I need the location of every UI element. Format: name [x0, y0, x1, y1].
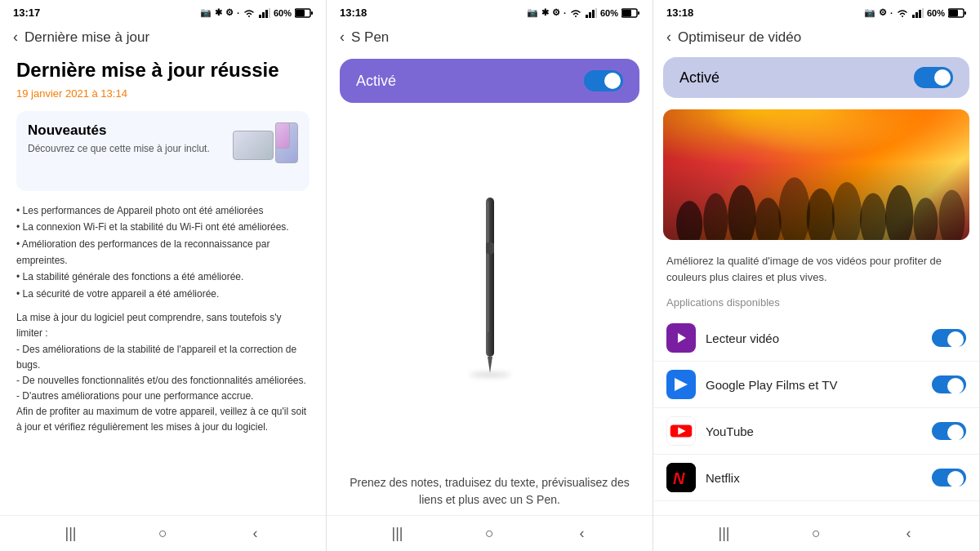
status-bar-2: 13:18 📷 ✱ ⚙ · 60%	[327, 0, 653, 22]
netflix-name: Netflix	[706, 471, 922, 485]
svg-marker-36	[678, 333, 686, 343]
battery-text-3: 60%	[927, 8, 945, 18]
small-phone-mock	[275, 122, 290, 149]
spen-description: Prenez des notes, traduisez du texte, pr…	[327, 464, 653, 515]
signal-icon-3	[912, 8, 924, 18]
app-row-netflix: N Netflix	[653, 455, 979, 501]
battery-icon-3	[948, 8, 966, 18]
nouveautes-desc: Découvrez ce que cette mise à jour inclu…	[28, 142, 225, 156]
body-text: La mise à jour du logiciel peut comprend…	[16, 310, 310, 436]
crowd-svg	[663, 162, 969, 240]
signal-icon	[259, 8, 270, 18]
spen-toggle-switch[interactable]	[584, 70, 623, 91]
svg-rect-24	[964, 11, 966, 15]
play-logo-svg	[666, 370, 696, 399]
svg-point-29	[778, 177, 810, 240]
back-button-2[interactable]: ‹	[568, 519, 597, 549]
screen3: 13:18 📷 ⚙ · 60% ‹ Optimiseur de vidéo Ac…	[653, 0, 980, 551]
app-list: Lecteur vidéo Google Play Films et TV	[653, 315, 979, 515]
svg-point-27	[728, 185, 755, 240]
wifi-icon	[243, 8, 256, 18]
back-button[interactable]: ‹	[241, 519, 270, 549]
svg-rect-3	[269, 8, 270, 18]
time-1: 13:17	[13, 7, 40, 19]
status-icons-1: 📷 ✱ ⚙ · 60%	[200, 7, 313, 18]
youtube-icon	[666, 416, 696, 446]
lecteur-icon	[666, 323, 696, 353]
video-toggle-switch[interactable]	[914, 67, 953, 88]
play-toggle[interactable]	[932, 375, 966, 393]
video-description: Améliorez la qualité d'image de vos vidé…	[653, 247, 979, 293]
svg-rect-10	[595, 8, 597, 18]
svg-rect-8	[589, 12, 591, 18]
gear-icon-3: ⚙	[879, 7, 887, 18]
page-title-1: Dernière mise à jour	[24, 29, 149, 46]
svg-rect-23	[949, 10, 958, 16]
bottom-nav-1: ||| ○ ‹	[0, 515, 326, 551]
lecteur-name: Lecteur vidéo	[706, 331, 922, 345]
video-toggle-label: Activé	[679, 69, 719, 87]
app-row-play: Google Play Films et TV	[653, 362, 979, 408]
page-title-3: Optimiseur de vidéo	[678, 29, 801, 46]
spen-toggle-label: Activé	[356, 73, 396, 90]
back-arrow-2[interactable]: ‹	[340, 29, 345, 46]
svg-rect-12	[622, 10, 631, 16]
svg-point-30	[807, 189, 835, 240]
bottom-nav-3: ||| ○ ‹	[653, 515, 979, 551]
back-button-3[interactable]: ‹	[894, 519, 924, 549]
recent-apps-button-3[interactable]: |||	[710, 519, 739, 549]
signal-icon-2	[586, 8, 597, 18]
camera-icon-2: 📷	[527, 7, 538, 18]
home-button[interactable]: ○	[149, 519, 178, 549]
bullets-text: • Les performances de Appareil photo ont…	[16, 202, 310, 302]
home-button-3[interactable]: ○	[802, 519, 831, 549]
home-button-2[interactable]: ○	[475, 519, 505, 549]
spen-image-area	[327, 109, 653, 464]
lecteur-toggle[interactable]	[932, 329, 966, 347]
app-row-lecteur: Lecteur vidéo	[653, 315, 979, 362]
camera-icon: 📷	[200, 7, 212, 18]
video-optimizer-toggle-row[interactable]: Activé	[663, 57, 969, 98]
svg-text:N: N	[673, 469, 685, 487]
back-arrow-1[interactable]: ‹	[13, 29, 18, 46]
status-icons-2: 📷 ✱ ⚙ · 60%	[527, 7, 639, 18]
back-arrow-3[interactable]: ‹	[666, 29, 671, 46]
battery-text: 60%	[274, 8, 292, 18]
svg-rect-21	[922, 8, 924, 18]
youtube-logo-svg	[667, 416, 695, 446]
svg-point-32	[860, 193, 886, 240]
youtube-toggle[interactable]	[932, 422, 966, 440]
star-icon: ✱	[215, 7, 222, 18]
svg-rect-14	[486, 198, 494, 357]
status-bar-1: 13:17 📷 ✱ ⚙ · 60%	[0, 0, 326, 22]
recent-apps-button-2[interactable]: |||	[383, 519, 412, 549]
nouveautes-text: Nouveautés Découvrez ce que cette mise à…	[28, 122, 225, 156]
bottom-nav-2: ||| ○ ‹	[327, 515, 653, 551]
recent-apps-button[interactable]: |||	[56, 519, 86, 549]
svg-point-33	[885, 185, 913, 240]
spen-toggle-row[interactable]: Activé	[340, 59, 639, 103]
status-icons-3: 📷 ⚙ · 60%	[864, 7, 966, 18]
screen2: 13:18 📷 ✱ ⚙ · 60% ‹ S Pen Activé	[327, 0, 653, 551]
apps-available-title: Applications disponibles	[653, 293, 979, 315]
video-preview	[663, 109, 969, 240]
tablet-mock	[233, 131, 274, 160]
nav-header-1: ‹ Dernière mise à jour	[0, 22, 326, 52]
status-bar-3: 13:18 📷 ⚙ · 60%	[653, 0, 979, 22]
play-name: Google Play Films et TV	[706, 378, 922, 392]
svg-point-28	[755, 198, 782, 240]
svg-rect-2	[265, 10, 268, 18]
svg-rect-6	[311, 11, 313, 15]
svg-point-31	[832, 182, 862, 240]
time-3: 13:18	[666, 7, 693, 19]
time-2: 13:18	[340, 7, 367, 19]
dot-icon-2: ·	[564, 8, 566, 18]
gear-icon: ⚙	[225, 7, 234, 18]
svg-marker-15	[488, 357, 492, 373]
screen1: 13:17 📷 ✱ ⚙ · 60% ‹ Dernière mise à jour…	[0, 0, 327, 551]
svg-point-26	[703, 193, 728, 240]
svg-rect-19	[915, 12, 918, 18]
screen1-content: Dernière mise à jour réussie 19 janvier …	[0, 52, 326, 515]
netflix-toggle[interactable]	[932, 469, 966, 487]
svg-point-34	[913, 198, 938, 240]
